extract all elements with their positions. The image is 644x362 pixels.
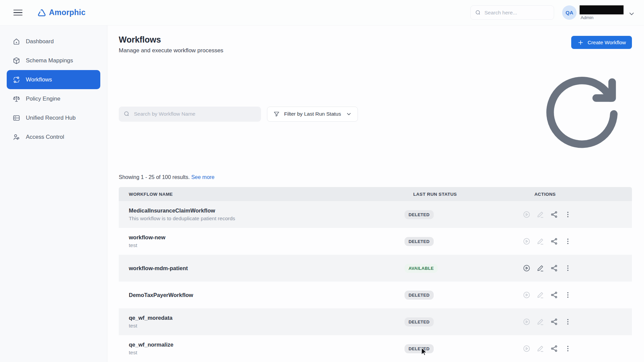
table-row[interactable]: DemoTaxPayerWorkflow DELETED [119,282,632,308]
table-row[interactable]: workflow-mdm-patient AVAILABLE [119,255,632,282]
workflow-description: This workflow is to deduplicate patient … [129,216,402,222]
sidebar-item-unified-record-hub[interactable]: Unified Record Hub [7,108,100,127]
sidebar-item-access-control[interactable]: Access Control [7,127,100,146]
sidebar: Dashboard Schema Mappings Workflows Poli… [0,25,107,362]
global-search [470,5,554,20]
more-actions-button[interactable] [564,264,572,272]
play-icon [523,345,531,353]
play-icon [523,237,531,245]
workflow-description: test [129,350,402,356]
share-workflow-button[interactable] [550,210,558,219]
sidebar-item-label: Access Control [26,134,64,140]
chevron-down-icon [628,10,635,17]
more-actions-button[interactable] [564,237,572,245]
workflow-description: test [129,323,402,329]
share-workflow-button[interactable] [550,318,558,326]
edit-workflow-button[interactable] [536,237,544,245]
records-icon [12,114,20,122]
create-workflow-label: Create Workflow [588,40,626,46]
edit-workflow-button[interactable] [536,345,544,353]
sidebar-item-label: Unified Record Hub [26,115,75,121]
amorphic-logo-icon [37,8,47,17]
menu-icon[interactable] [13,8,22,17]
edit-workflow-button[interactable] [536,318,544,326]
table-row[interactable]: qe_wf_normalize test DELETED [119,335,632,362]
run-workflow-button[interactable] [523,345,531,353]
app-logo: Amorphic [37,8,86,17]
user-name-redacted [580,5,624,14]
see-more-link[interactable]: See more [191,174,214,180]
page-subtitle: Manage and execute workflow processes [119,47,223,54]
table-row[interactable]: workflow-new test DELETED [119,228,632,255]
status-badge: AVAILABLE [405,264,438,273]
share-icon [550,210,558,219]
table-row[interactable]: qe_wf_moredata test DELETED [119,308,632,335]
more-actions-button[interactable] [564,318,572,326]
workflows-table: WORKFLOW NAME LAST RUN STATUS ACTIONS Me… [119,187,632,362]
more-actions-button[interactable] [564,291,572,299]
run-workflow-button[interactable] [523,237,531,245]
workflow-name: qe_wf_normalize [129,342,402,348]
table-row[interactable]: MedicalInsuranceClaimWorkflow This workf… [119,201,632,228]
edit-workflow-button[interactable] [536,264,544,272]
sidebar-item-label: Policy Engine [26,96,60,102]
edit-workflow-button[interactable] [536,210,544,219]
play-icon [523,318,531,326]
status-badge: DELETED [405,237,434,246]
edit-icon [536,318,544,326]
avatar: QA [562,5,577,20]
column-workflow-name: WORKFLOW NAME [119,192,402,197]
edit-icon [536,210,544,219]
edit-icon [536,264,544,272]
refresh-icon [530,64,631,164]
refresh-button[interactable] [529,62,632,166]
main-content: Workflows Manage and execute workflow pr… [107,25,644,362]
workflow-name: workflow-new [129,234,402,241]
filter-dropdown[interactable]: Filter by Last Run Status [267,107,358,122]
more-actions-button[interactable] [564,345,572,353]
filter-label: Filter by Last Run Status [284,111,341,117]
search-icon [475,9,481,16]
share-icon [550,237,558,245]
global-search-input[interactable] [484,10,549,16]
status-badge: DELETED [405,317,434,326]
edit-icon [536,291,544,299]
sidebar-item-label: Dashboard [26,38,54,45]
column-actions: ACTIONS [520,192,570,197]
more-actions-button[interactable] [564,210,572,219]
share-workflow-button[interactable] [550,291,558,299]
workflow-name: DemoTaxPayerWorkflow [129,292,402,298]
sidebar-item-label: Workflows [26,76,52,83]
kebab-icon [564,345,572,353]
run-workflow-button[interactable] [523,318,531,326]
kebab-icon [564,318,572,326]
user-menu[interactable]: QA Admin [562,5,635,20]
workflow-search-input[interactable] [134,111,256,117]
edit-icon [536,237,544,245]
workflow-search [119,107,261,122]
edit-icon [536,345,544,353]
column-last-run-status: LAST RUN STATUS [402,192,516,197]
table-header: WORKFLOW NAME LAST RUN STATUS ACTIONS [119,187,632,201]
kebab-icon [564,264,572,272]
share-workflow-button[interactable] [550,237,558,245]
funnel-icon [273,111,280,118]
run-workflow-button[interactable] [523,210,531,219]
workflow-name: workflow-mdm-patient [129,265,402,272]
run-workflow-button[interactable] [523,291,531,299]
sidebar-item-dashboard[interactable]: Dashboard [7,32,100,51]
status-badge: DELETED [405,344,434,353]
edit-workflow-button[interactable] [536,291,544,299]
run-workflow-button[interactable] [523,264,531,272]
users-icon [12,133,20,141]
sidebar-item-policy-engine[interactable]: Policy Engine [7,89,100,108]
status-badge: DELETED [405,210,434,219]
results-summary: Showing 1 - 25 of 100 results. [119,174,190,180]
search-icon [123,110,130,118]
cube-icon [12,57,20,65]
sidebar-item-workflows[interactable]: Workflows [7,70,100,89]
create-workflow-button[interactable]: Create Workflow [571,36,632,49]
sidebar-item-schema-mappings[interactable]: Schema Mappings [7,51,100,70]
share-workflow-button[interactable] [550,345,558,353]
share-workflow-button[interactable] [550,264,558,272]
